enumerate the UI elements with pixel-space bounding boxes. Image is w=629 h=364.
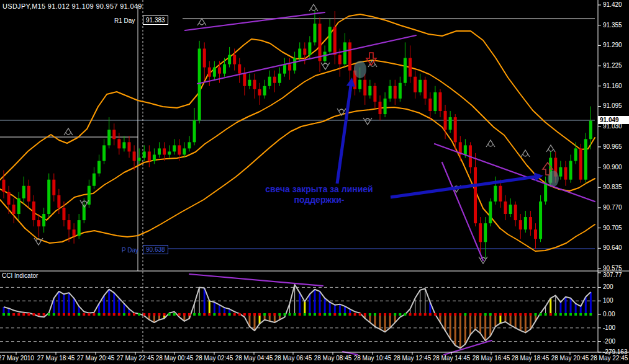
candle-down [534, 229, 537, 239]
cci-signal-dots [2, 313, 592, 316]
fractal-up-icon [64, 128, 73, 135]
time-axis-label: 28 May 16:45 [473, 355, 510, 362]
candle-down [133, 151, 136, 161]
candle-down [409, 58, 412, 77]
cci-dot [504, 313, 507, 316]
cci-dot [263, 313, 266, 316]
bollinger-lower-band[interactable] [0, 107, 595, 251]
cci-dot [374, 313, 376, 316]
candle-up [489, 202, 492, 223]
cci-dot [499, 313, 502, 316]
cci-dot [2, 313, 5, 316]
candle-down [499, 186, 502, 202]
candle-up [449, 117, 452, 130]
cci-bar [484, 314, 486, 341]
price-axis-label: 90.835 [603, 184, 622, 191]
cci-dot [389, 313, 391, 316]
candle-up [283, 64, 286, 74]
price-axis-label: 91.290 [603, 42, 622, 49]
cci-dot [133, 313, 135, 316]
price-axis-label: 91.355 [603, 22, 622, 29]
r1-pivot-value[interactable]: 91.383 [143, 16, 168, 25]
chart-canvas[interactable] [0, 0, 629, 364]
candle-down [258, 89, 261, 95]
cci-dot [43, 313, 45, 316]
annotation-line1: свеча закрыта за линией [265, 184, 373, 195]
cci-dot [243, 313, 246, 316]
candle-up [183, 148, 186, 154]
cci-dot [63, 313, 65, 316]
time-axis-label: 28 May 20:45 [551, 355, 589, 362]
cci-bar [58, 291, 60, 314]
cci-dot [343, 313, 346, 316]
time-axis-label: 28 May 22:45 [591, 355, 628, 362]
highlight-ellipse[interactable] [354, 61, 366, 78]
candle-up [97, 161, 101, 174]
candle-down [479, 223, 482, 242]
time-axis-label: 28 May 10:45 [354, 355, 392, 362]
time-axis-label: 28 May 02:45 [196, 355, 233, 362]
cci-dot [108, 313, 111, 316]
purple-trendline[interactable] [185, 12, 325, 30]
cci-dot [559, 313, 562, 316]
candle-down [529, 217, 532, 229]
candle-down [303, 48, 306, 55]
candle-up [584, 139, 587, 179]
time-axis-label: 28 May 06:45 [274, 355, 312, 362]
cci-dot [419, 313, 422, 316]
cci-bar [555, 295, 556, 314]
p-pivot-value[interactable]: 90.638 [143, 245, 168, 254]
cci-dot [88, 313, 90, 316]
candle-down [148, 151, 151, 161]
cci-line [4, 285, 591, 348]
candle-down [68, 220, 71, 229]
cci-dot [27, 313, 30, 316]
time-axis-label: 27 May 20:45 [77, 355, 115, 362]
candle-up [343, 42, 346, 64]
purple-trendline[interactable] [189, 274, 323, 286]
cci-dot [188, 313, 191, 316]
candle-up [153, 154, 156, 161]
cci-bar [479, 314, 481, 334]
price-axis-label: 91.095 [603, 102, 622, 110]
annotation-text: свеча закрыта за линией поддержки- [265, 184, 373, 205]
time-axis-label: 28 May 12:45 [394, 355, 432, 362]
candle-up [298, 48, 301, 58]
cci-dot [545, 313, 547, 316]
cci-bar [319, 291, 321, 314]
price-axis-label: 91.160 [603, 82, 622, 90]
purple-trendline[interactable] [442, 162, 483, 260]
cci-dot [248, 313, 251, 316]
cci-dot [429, 313, 432, 316]
fractal-up-icon [309, 4, 318, 11]
cci-indicator-label: CCI Indicator [2, 272, 38, 279]
cci-dot [484, 313, 487, 316]
cci-dot [584, 313, 587, 316]
cci-dot [173, 313, 176, 316]
candle-down [333, 27, 337, 55]
cci-bar [590, 292, 592, 314]
cci-dot [224, 313, 226, 316]
candle-down [12, 205, 16, 214]
cci-dot [58, 313, 60, 316]
candle-down [37, 220, 40, 226]
cci-dot [283, 313, 286, 316]
blue-arrow-shaft[interactable] [337, 81, 351, 184]
cci-dot [454, 313, 456, 316]
time-axis-label: 28 May 04:45 [235, 355, 273, 362]
cci-bar [389, 314, 391, 328]
cci-bar [474, 314, 476, 329]
blue-arrow-shaft[interactable] [391, 176, 540, 197]
cci-dot [328, 313, 331, 316]
cci-bar [464, 314, 466, 344]
cci-bar [334, 305, 336, 314]
candle-up [213, 68, 216, 77]
cci-dot [394, 313, 396, 316]
cci-bar [415, 298, 415, 314]
candle-up [494, 186, 497, 202]
time-axis-label: 27 May 22:45 [117, 355, 155, 362]
cci-bar [294, 285, 295, 314]
bollinger-upper-band[interactable] [0, 14, 595, 180]
cci-dot [83, 313, 85, 316]
cci-dot [444, 313, 446, 316]
